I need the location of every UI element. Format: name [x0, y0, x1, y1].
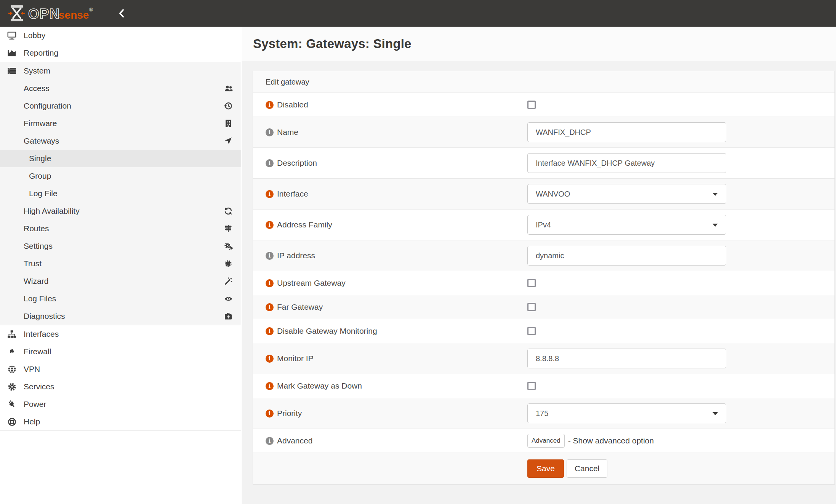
sidebar-item-label: Log Files [24, 294, 56, 303]
sidebar-item-power[interactable]: Power [0, 395, 241, 413]
form-row-advanced: i Advanced Advanced - Show advanced opti… [253, 429, 834, 453]
sidebar-item-high-availability[interactable]: High Availability [0, 202, 241, 220]
mark-gateway-down-checkbox[interactable] [527, 382, 536, 390]
opnsense-logo[interactable]: OPN sense ® [8, 5, 100, 22]
sidebar-item-routes[interactable]: Routes [0, 220, 241, 237]
sidebar-item-vpn[interactable]: VPN [0, 360, 241, 378]
sidebar-item-label: Group [29, 171, 51, 181]
address-family-select[interactable]: IPv4 [527, 215, 726, 235]
top-header-bar: OPN sense ® [0, 0, 836, 27]
sidebar-item-label: Firewall [24, 347, 51, 356]
server-icon [5, 66, 18, 76]
sidebar-item-lobby[interactable]: Lobby [0, 27, 241, 44]
form-row-ip-address: i IP address [253, 240, 834, 271]
form-row-name: i Name [253, 117, 834, 148]
sidebar-item-interfaces[interactable]: Interfaces [0, 325, 241, 343]
advanced-toggle-button[interactable]: Advanced [527, 434, 565, 448]
info-icon[interactable]: i [266, 252, 274, 260]
sidebar-item-help[interactable]: Help [0, 413, 241, 430]
name-input[interactable] [527, 122, 726, 142]
info-icon[interactable]: i [266, 128, 274, 136]
info-icon[interactable]: i [266, 437, 274, 445]
users-icon [223, 83, 233, 93]
far-gateway-checkbox[interactable] [527, 303, 536, 311]
sidebar-item-system[interactable]: System [0, 62, 241, 80]
sidebar-item-access[interactable]: Access [0, 80, 241, 97]
eye-icon [223, 294, 233, 304]
sidebar-item-settings[interactable]: Settings [0, 237, 241, 255]
sidebar-item-gateways[interactable]: Gateways [0, 132, 241, 150]
info-icon[interactable]: i [266, 410, 274, 418]
priority-select[interactable]: 175 [527, 403, 726, 423]
field-label: Address Family [277, 220, 332, 229]
caret-down-icon [713, 193, 718, 196]
sidebar-item-label: High Availability [24, 206, 80, 216]
area-chart-icon [5, 48, 18, 58]
monitor-ip-input[interactable] [527, 349, 726, 368]
sidebar-item-label: Trust [24, 259, 42, 268]
ip-address-input[interactable] [527, 246, 726, 266]
selected-value: IPv4 [536, 221, 551, 229]
sidebar-item-wizard[interactable]: Wizard [0, 272, 241, 290]
form-row-description: i Description [253, 148, 834, 179]
opnsense-logo-graphic: OPN sense ® [8, 5, 100, 22]
form-row-far-gateway: i Far Gateway [253, 295, 834, 319]
fire-icon [5, 347, 18, 357]
disable-gateway-monitoring-checkbox[interactable] [527, 327, 536, 335]
sidebar-item-firmware[interactable]: Firmware [0, 115, 241, 132]
field-label: Disabled [277, 100, 308, 109]
sidebar-item-single[interactable]: Single [0, 150, 241, 167]
info-icon[interactable]: i [266, 382, 274, 390]
sidebar-item-diagnostics[interactable]: Diagnostics [0, 307, 241, 325]
info-icon[interactable]: i [266, 159, 274, 167]
sidebar-item-firewall[interactable]: Firewall [0, 343, 241, 360]
interface-select[interactable]: WANVOO [527, 184, 726, 204]
sidebar-item-configuration[interactable]: Configuration [0, 97, 241, 115]
info-icon[interactable]: i [266, 303, 274, 311]
cogs-icon [223, 241, 233, 251]
info-icon[interactable]: i [266, 327, 274, 335]
sidebar-collapse-button[interactable] [117, 8, 126, 19]
sidebar-item-group[interactable]: Group [0, 167, 241, 185]
disabled-checkbox[interactable] [527, 101, 536, 109]
life-ring-icon [5, 417, 18, 427]
system-menu-section: System Access Configuration [0, 62, 241, 325]
sidebar-nav: Lobby Reporting System Access [0, 27, 241, 504]
form-row-disable-gateway-monitoring: i Disable Gateway Monitoring [253, 319, 834, 343]
cancel-button[interactable]: Cancel [567, 459, 607, 478]
upstream-gateway-checkbox[interactable] [527, 279, 536, 287]
sidebar-item-label: Reporting [24, 48, 58, 58]
sidebar-item-log-file[interactable]: Log File [0, 185, 241, 202]
form-row-monitor-ip: i Monitor IP [253, 343, 834, 374]
field-label: Monitor IP [277, 354, 314, 363]
sidebar-item-label: Gateways [24, 136, 59, 146]
logo-registered-mark: ® [89, 7, 93, 13]
main-content: System: Gateways: Single Edit gateway i … [242, 27, 836, 504]
sidebar-item-label: Power [24, 400, 46, 409]
info-icon[interactable]: i [266, 279, 274, 287]
sidebar-item-services[interactable]: Services [0, 378, 241, 395]
save-button[interactable]: Save [527, 459, 564, 478]
info-icon[interactable]: i [266, 101, 274, 109]
field-label: Disable Gateway Monitoring [277, 326, 377, 336]
building-icon [223, 118, 233, 128]
edit-gateway-panel: Edit gateway i Disabled i Name [253, 71, 835, 485]
sidebar-item-reporting[interactable]: Reporting [0, 44, 241, 62]
description-input[interactable] [527, 153, 726, 173]
sidebar-item-trust[interactable]: Trust [0, 255, 241, 272]
form-row-upstream-gateway: i Upstream Gateway [253, 271, 834, 295]
chevron-left-icon [117, 8, 126, 19]
advanced-hint-text: - Show advanced option [568, 436, 654, 445]
info-icon[interactable]: i [266, 190, 274, 198]
sidebar-item-log-files[interactable]: Log Files [0, 290, 241, 307]
desktop-icon [5, 30, 18, 40]
info-icon[interactable]: i [266, 221, 274, 229]
location-arrow-icon [223, 136, 233, 146]
gear-icon [5, 382, 18, 392]
logo-text-opn: OPN [28, 6, 60, 22]
page-title: System: Gateways: Single [253, 37, 412, 51]
sidebar-item-label: Interfaces [24, 330, 59, 339]
sidebar-item-label: Wizard [24, 277, 48, 286]
sidebar-item-label: Routes [24, 224, 49, 233]
info-icon[interactable]: i [266, 355, 274, 363]
